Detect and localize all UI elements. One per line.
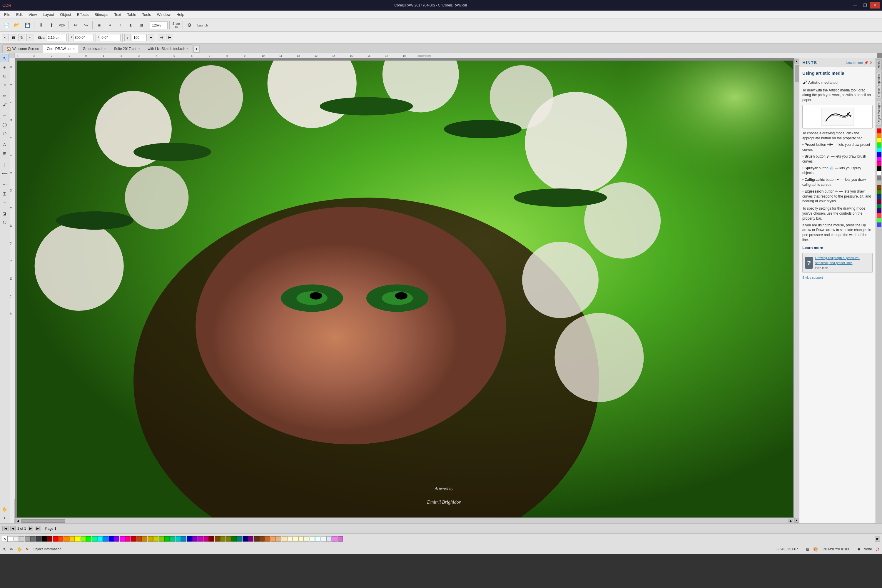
tool-node-edit[interactable]: ◈: [1, 63, 9, 71]
color-strip-pink[interactable]: [877, 161, 881, 166]
prop-mirror1-btn[interactable]: ⊣: [158, 34, 165, 41]
color-swatch-7[interactable]: [42, 536, 47, 542]
tool-parallel[interactable]: ∥: [1, 160, 9, 169]
hints-learn-link[interactable]: Learn more: [846, 61, 863, 64]
menu-file[interactable]: File: [1, 11, 13, 18]
redo-button[interactable]: ↪: [81, 21, 90, 30]
minimize-button[interactable]: —: [850, 2, 860, 9]
menu-bitmaps[interactable]: Bitmaps: [92, 11, 111, 18]
mirror-h-button[interactable]: ⇔: [105, 21, 114, 30]
hints-help-topic-button[interactable]: ? Drawing calligraphic, pressure-sensiti…: [802, 253, 873, 273]
tab-suite-close[interactable]: ✕: [138, 47, 140, 50]
page-last-button[interactable]: ▶|: [35, 526, 41, 531]
color-swatch-16[interactable]: [92, 536, 97, 542]
color-swatch-28[interactable]: [159, 536, 164, 542]
tool-fill[interactable]: ◪: [1, 209, 9, 218]
tool-add[interactable]: +: [1, 514, 9, 522]
undo-button[interactable]: ↩: [70, 21, 80, 30]
tool-eyedropper[interactable]: ⌒: [1, 201, 9, 209]
color-swatch-21[interactable]: [120, 536, 125, 542]
prop-size-input[interactable]: 2.15 cm: [46, 34, 67, 41]
color-swatch-17[interactable]: [98, 536, 103, 542]
color-swatch-23[interactable]: [131, 536, 136, 542]
color-strip-violet[interactable]: [877, 208, 881, 213]
color-swatch-58[interactable]: [326, 536, 332, 542]
import-button[interactable]: ⬇: [36, 21, 46, 30]
color-strip-blue[interactable]: [877, 152, 881, 157]
new-button[interactable]: 📄: [2, 21, 11, 30]
scroll-down-button[interactable]: ▼: [794, 518, 799, 523]
color-swatch-38[interactable]: [214, 536, 220, 542]
color-strip-lightred[interactable]: [877, 213, 881, 218]
tool-rectangle[interactable]: ▭: [1, 112, 9, 120]
color-swatch-57[interactable]: [321, 536, 326, 542]
color-swatch-20[interactable]: [114, 536, 119, 542]
color-strip-red[interactable]: [877, 129, 881, 133]
color-strip-yellow[interactable]: [877, 138, 881, 142]
tab-add-button[interactable]: +: [194, 46, 200, 52]
color-swatch-3[interactable]: [19, 536, 24, 542]
tool-blend[interactable]: ⋯: [1, 180, 9, 189]
color-swatch-10[interactable]: [58, 536, 63, 542]
color-strip-magenta[interactable]: [877, 157, 881, 161]
prop-select-btn[interactable]: ↖: [2, 34, 9, 41]
fill-button[interactable]: ◧: [126, 21, 135, 30]
color-strip-olive[interactable]: [877, 190, 881, 194]
menu-help[interactable]: Help: [174, 11, 187, 18]
hints-stylus-link[interactable]: Stylus support: [802, 275, 873, 280]
options-button[interactable]: ⚙: [184, 21, 194, 30]
color-swatch-51[interactable]: [287, 536, 292, 542]
menu-table[interactable]: Table: [124, 11, 139, 18]
pdf-button[interactable]: PDF: [57, 21, 67, 30]
color-swatch-32[interactable]: [181, 536, 186, 542]
scrollbar-horizontal[interactable]: ◀ ▶: [15, 518, 794, 524]
color-swatch-47[interactable]: [265, 536, 270, 542]
color-swatch-39[interactable]: [220, 536, 225, 542]
color-swatch-50[interactable]: [282, 536, 287, 542]
color-swatch-19[interactable]: [108, 536, 114, 542]
color-swatch-12[interactable]: [69, 536, 75, 542]
menu-layout[interactable]: Layout: [40, 11, 57, 18]
color-swatch-30[interactable]: [170, 536, 175, 542]
menu-text[interactable]: Text: [111, 11, 124, 18]
tab-coreldraw-close[interactable]: ✕: [73, 47, 75, 50]
color-swatch-59[interactable]: [332, 536, 337, 542]
prop-node-btn[interactable]: ⊞: [10, 34, 17, 41]
color-swatch-8[interactable]: [47, 536, 52, 542]
tool-select[interactable]: ↖: [1, 54, 9, 62]
tool-transparency[interactable]: ◫: [1, 189, 9, 198]
color-strip-cyan[interactable]: [877, 147, 881, 152]
hints-close-button[interactable]: ✕: [870, 61, 873, 64]
page-next-button[interactable]: ▶: [28, 526, 33, 531]
tab-livesketch-close[interactable]: ✕: [186, 47, 189, 50]
menu-tools[interactable]: Tools: [139, 11, 154, 18]
menu-edit[interactable]: Edit: [13, 11, 26, 18]
color-scroll-right[interactable]: ▶: [875, 536, 880, 542]
tool-artistic-media[interactable]: 🖌: [1, 100, 9, 109]
scroll-up-button[interactable]: ▲: [794, 59, 799, 63]
tab-welcome[interactable]: 🏠 Welcome Screen: [2, 44, 43, 52]
scroll-left-button[interactable]: ◀: [15, 519, 20, 524]
color-swatch-22[interactable]: [125, 536, 130, 542]
scroll-right-button[interactable]: ▶: [789, 519, 793, 524]
color-swatch-36[interactable]: [204, 536, 209, 542]
color-strip-white[interactable]: [877, 171, 881, 176]
prop-scale-btn[interactable]: ↔: [27, 34, 34, 41]
color-swatch-40[interactable]: [226, 536, 231, 542]
canvas-area[interactable]: Artwork by Dmitrii Brighidov ▲ ▼ ◀ ▶: [15, 58, 799, 524]
color-swatch-6[interactable]: [36, 536, 41, 542]
scrollbar-vertical[interactable]: ▲ ▼: [794, 58, 799, 524]
color-swatch-54[interactable]: [304, 536, 309, 542]
zoom-input[interactable]: 126%: [150, 21, 168, 29]
menu-window[interactable]: Window: [154, 11, 174, 18]
color-swatch-2[interactable]: [14, 536, 19, 542]
color-swatch-49[interactable]: [276, 536, 281, 542]
tool-crop[interactable]: ⊡: [1, 72, 9, 80]
side-tab-object-properties[interactable]: Object Properties: [876, 72, 882, 99]
tool-freehand[interactable]: ✏: [1, 92, 9, 100]
restore-button[interactable]: ❐: [860, 2, 870, 9]
tool-polygon[interactable]: ⬠: [1, 129, 9, 138]
menu-effects[interactable]: Effects: [74, 11, 92, 18]
color-strip-lightblue[interactable]: [877, 222, 881, 227]
color-none-button[interactable]: ✕: [2, 536, 8, 542]
